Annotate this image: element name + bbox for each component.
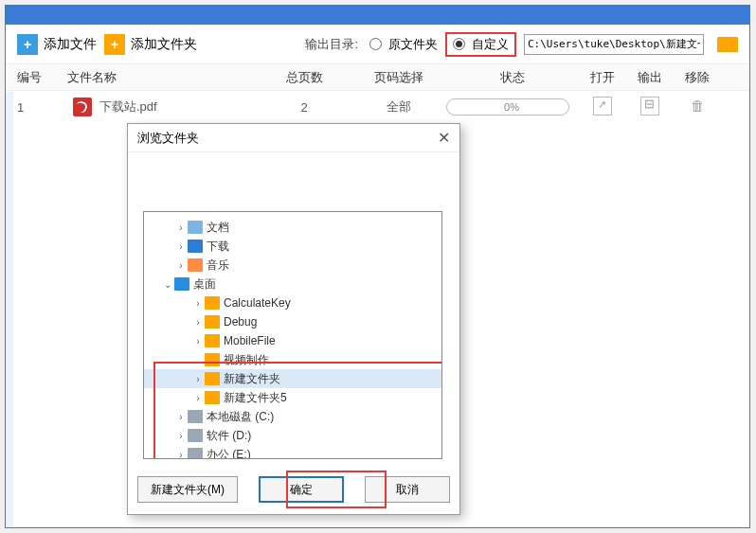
- toolbar: + 添加文件 + 添加文件夹 输出目录: 原文件夹 自定义: [6, 25, 749, 64]
- col-name: 文件名称: [58, 69, 257, 86]
- left-strip: [6, 92, 13, 527]
- chevron-right-icon[interactable]: ›: [174, 429, 188, 442]
- tree-item-calckey[interactable]: ›CalculateKey: [144, 293, 441, 312]
- chevron-down-icon[interactable]: ⌄: [161, 277, 174, 291]
- radio-original[interactable]: 原文件夹: [369, 36, 438, 53]
- radio-icon: [369, 38, 382, 50]
- ok-button[interactable]: 确定: [259, 476, 344, 503]
- output-dir-label: 输出目录:: [305, 36, 358, 53]
- cell-pages: 2: [257, 100, 351, 115]
- progress-bar: 0%: [446, 98, 569, 115]
- folder-icon: [205, 391, 220, 404]
- add-folder-label: 添加文件夹: [131, 36, 197, 53]
- chevron-right-icon[interactable]: ›: [174, 410, 188, 423]
- cell-sel[interactable]: 全部: [351, 98, 446, 115]
- radio-original-label: 原文件夹: [388, 36, 438, 53]
- chevron-right-icon[interactable]: ›: [174, 448, 188, 459]
- col-remove: 移除: [674, 69, 721, 86]
- drive-icon: [188, 448, 203, 459]
- folder-icon: [205, 315, 220, 329]
- cell-idx: 1: [6, 100, 58, 115]
- chevron-right-icon[interactable]: ›: [174, 221, 188, 234]
- cell-output: [626, 97, 674, 118]
- radio-icon: [453, 38, 465, 50]
- col-pages: 总页数: [257, 69, 351, 86]
- tree-item-music[interactable]: ›音乐: [144, 256, 441, 275]
- download-icon: [188, 240, 203, 253]
- highlight-box: 自定义: [445, 32, 516, 57]
- tree-item-ddrive[interactable]: ›软件 (D:): [144, 426, 441, 445]
- dialog-titlebar[interactable]: 浏览文件夹 ✕: [128, 124, 459, 152]
- radio-custom-label: 自定义: [472, 36, 509, 53]
- delete-icon[interactable]: [688, 98, 707, 116]
- cell-remove: [674, 98, 721, 116]
- dialog-buttons: 新建文件夹(M) 确定 取消: [128, 476, 459, 503]
- browse-folder-dialog: 浏览文件夹 ✕ ›文档 ›下载 ›音乐 ⌄桌面 ›CalculateKey ›D…: [127, 123, 460, 515]
- tree-item-docs[interactable]: ›文档: [144, 218, 441, 237]
- chevron-right-icon[interactable]: ›: [191, 334, 205, 347]
- folder-tree[interactable]: ›文档 ›下载 ›音乐 ⌄桌面 ›CalculateKey ›Debug ›Mo…: [143, 211, 442, 459]
- chevron-right-icon[interactable]: ›: [191, 315, 205, 329]
- chevron-right-icon[interactable]: ›: [191, 296, 205, 310]
- radio-custom[interactable]: 自定义: [453, 36, 509, 53]
- tree-item-mobilefile[interactable]: ›MobileFile: [144, 331, 441, 350]
- tree-item-downloads[interactable]: ›下载: [144, 237, 441, 256]
- col-idx: 编号: [6, 69, 58, 86]
- col-status: 状态: [446, 69, 579, 86]
- new-folder-button[interactable]: 新建文件夹(M): [137, 476, 238, 503]
- desktop-icon: [174, 277, 189, 291]
- chevron-right-icon[interactable]: ›: [174, 258, 188, 272]
- col-open: 打开: [579, 69, 626, 86]
- output-icon[interactable]: [640, 97, 659, 115]
- tree-item-cdrive[interactable]: ›本地磁盘 (C:): [144, 407, 441, 426]
- table-header: 编号 文件名称 总页数 页码选择 状态 打开 输出 移除: [6, 64, 749, 91]
- folder-icon: [205, 372, 220, 385]
- col-sel: 页码选择: [351, 69, 446, 86]
- dialog-title: 浏览文件夹: [137, 130, 199, 147]
- browse-folder-button[interactable]: [717, 37, 738, 52]
- tree-item-newfolder[interactable]: ›新建文件夹: [144, 369, 441, 388]
- cell-name: 下载站.pdf: [58, 98, 257, 116]
- chevron-right-icon[interactable]: ›: [174, 240, 188, 253]
- plus-icon: +: [17, 34, 38, 55]
- chevron-right-icon[interactable]: ›: [191, 391, 205, 404]
- folder-icon: [205, 334, 220, 347]
- open-icon[interactable]: [593, 97, 612, 115]
- close-icon[interactable]: ✕: [438, 129, 450, 147]
- tree-item-debug[interactable]: ›Debug: [144, 312, 441, 331]
- pdf-icon: [73, 98, 92, 116]
- cell-status: 0%: [446, 98, 579, 115]
- drive-icon: [188, 410, 203, 423]
- document-icon: [188, 221, 203, 234]
- folder-icon: [205, 296, 220, 310]
- add-folder-button[interactable]: + 添加文件夹: [104, 34, 197, 55]
- filename-text: 下载站.pdf: [99, 98, 157, 115]
- tree-item-edrive[interactable]: ›办公 (E:): [144, 445, 441, 459]
- add-file-button[interactable]: + 添加文件: [17, 34, 97, 55]
- add-file-label: 添加文件: [44, 36, 97, 53]
- tree-item-desktop[interactable]: ⌄桌面: [144, 275, 441, 293]
- col-output: 输出: [626, 69, 674, 86]
- table-row[interactable]: 1 下载站.pdf 2 全部 0%: [6, 91, 749, 123]
- drive-icon: [188, 429, 203, 442]
- cell-open: [579, 97, 626, 118]
- folder-icon: [205, 353, 220, 366]
- tree-item-video[interactable]: 视频制作: [144, 350, 441, 369]
- music-icon: [188, 258, 203, 272]
- cancel-button[interactable]: 取消: [365, 476, 450, 503]
- plus-icon: +: [104, 34, 125, 55]
- output-path-input[interactable]: [524, 34, 704, 55]
- chevron-right-icon[interactable]: ›: [191, 372, 205, 385]
- titlebar[interactable]: [6, 6, 749, 25]
- tree-item-newfolder5[interactable]: ›新建文件夹5: [144, 388, 441, 407]
